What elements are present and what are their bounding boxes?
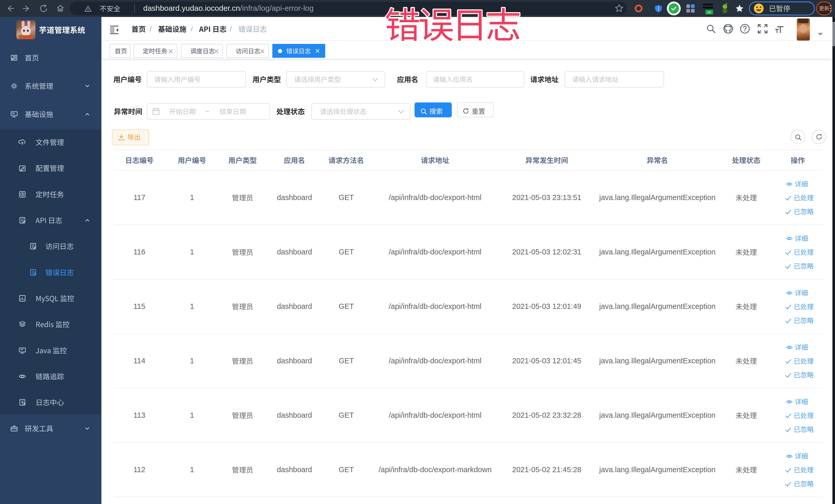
- svg-text:on: on: [708, 11, 711, 14]
